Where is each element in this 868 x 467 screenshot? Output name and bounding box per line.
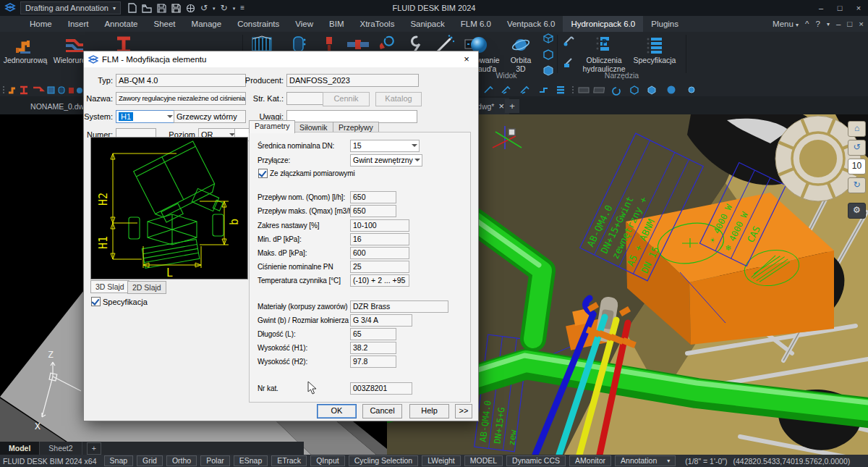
ribbon-tab[interactable]: Plugins <box>643 16 686 32</box>
ribbon-tab[interactable]: Constraints <box>229 16 287 32</box>
system-select[interactable]: H1 <box>116 110 175 123</box>
help-caret-icon[interactable]: ▾ <box>827 21 830 28</box>
nav-settings-button[interactable]: ⚙ <box>848 203 866 219</box>
zlaczki-checkbox-label: Ze złączkami pomiarowymi <box>270 167 355 180</box>
new-drawing-tab-button[interactable]: + <box>505 99 519 113</box>
ribbon-tab-strip: HomeInsertAnnotateSheetManageConstraints… <box>22 16 686 32</box>
drawing-tab-left[interactable]: NONAME_0.dwg <box>0 98 93 114</box>
status-toggle-button[interactable]: Ortho <box>166 455 197 466</box>
strkat-field[interactable] <box>286 92 323 105</box>
dim-l-label: L <box>166 266 173 279</box>
left-mini-toolbar[interactable] <box>1 84 85 96</box>
maks-dp-field: 600 <box>350 247 409 259</box>
ribbon-tab[interactable]: XtraTools <box>352 16 402 32</box>
layout-tab[interactable]: Model <box>0 442 40 455</box>
specyfikacja-checkbox[interactable] <box>91 297 101 306</box>
customize-qat-icon[interactable]: ≡ <box>240 4 244 12</box>
open-file-icon[interactable] <box>142 4 152 13</box>
qnom-field: 650 <box>350 191 396 203</box>
undo-caret-icon[interactable]: ▾ <box>213 6 216 11</box>
help-icon[interactable]: ? <box>816 20 820 28</box>
wysokosc-h2-field: 97.8 <box>350 355 396 368</box>
window-minimize-button[interactable]: – <box>812 0 830 16</box>
cennik-button[interactable]: Cennik <box>323 92 370 106</box>
menubar: HomeInsertAnnotateSheetManageConstraints… <box>0 16 868 32</box>
status-toggle-button[interactable]: Polar <box>200 455 230 466</box>
ribbon-tab[interactable]: Annotate <box>96 16 145 32</box>
ribbon-tab[interactable]: BIM <box>321 16 352 32</box>
katalog-button[interactable]: Katalog <box>375 92 422 106</box>
ribbon-restore-icon[interactable]: □ <box>847 20 852 28</box>
help-button[interactable]: Help <box>409 404 449 418</box>
status-toggle-button[interactable]: Grid <box>137 455 163 466</box>
status-toggle-button[interactable]: AMonitor <box>569 455 611 466</box>
ribbon-tab[interactable]: Hydronicpack 6.0 <box>563 16 643 32</box>
rotate-ccw-icon: ↺ <box>853 142 860 152</box>
status-toggle-button[interactable]: MODEL <box>464 455 503 466</box>
plot-icon[interactable] <box>186 4 195 13</box>
menu-button[interactable]: Menu ▾ <box>773 20 799 28</box>
status-toggle-button[interactable]: Dynamic CCS <box>506 455 566 466</box>
ribbon-tab[interactable]: Manage <box>184 16 230 32</box>
orbit-ccw-button[interactable]: ↺ <box>848 140 866 156</box>
zakres-field: 10-100 <box>350 219 409 232</box>
close-tab-icon[interactable]: × <box>498 101 504 112</box>
coupling-tool-icon[interactable] <box>346 36 370 52</box>
jednorurowa-button[interactable]: Jednorurową <box>1 34 49 64</box>
ribbon-tab[interactable]: Ventpack 6.0 <box>499 16 563 32</box>
status-toggle-button[interactable]: ETrack <box>271 455 307 466</box>
ribbon-tab[interactable]: Sanipack <box>402 16 452 32</box>
nazwa-field: Zawory regulacyjne niezależne od ciśnien… <box>116 92 246 105</box>
ok-button[interactable]: OK <box>317 404 357 418</box>
specyfikacja-button[interactable]: Specyfikacja <box>631 34 678 64</box>
ribbon-tab[interactable]: FLM 6.0 <box>453 16 499 32</box>
przylacze-select[interactable]: Gwint zewnętrzny <box>350 154 422 167</box>
producent-label: Producent: <box>242 74 284 87</box>
more-button[interactable]: >> <box>455 404 472 418</box>
new-file-icon[interactable] <box>128 3 137 13</box>
ribbon-close-icon[interactable]: × <box>859 20 864 28</box>
zoom-step-button[interactable]: 10 <box>848 159 866 174</box>
status-toggle-button[interactable]: LWeight <box>422 455 461 466</box>
ribbon-tab[interactable]: View <box>287 16 321 32</box>
save-as-icon[interactable] <box>157 4 166 13</box>
chevron-down-icon: ▾ <box>113 5 116 12</box>
collapse-ribbon-icon[interactable]: ^ <box>805 20 809 28</box>
status-toggle-button[interactable]: Snap <box>104 455 134 466</box>
save-icon[interactable] <box>171 4 181 13</box>
cancel-button[interactable]: Cancel <box>362 404 402 418</box>
dn-select[interactable]: 15 <box>350 140 420 152</box>
statusbar: FLUID DESK BIM 2024 x64 SnapGridOrthoPol… <box>0 455 868 467</box>
zlaczki-checkbox[interactable] <box>258 169 268 178</box>
dialog-close-button[interactable]: × <box>455 51 478 67</box>
orbita-3d-button[interactable]: Orbita 3D <box>505 34 537 73</box>
window-close-button[interactable]: × <box>849 0 868 16</box>
misc-tool-icons[interactable] <box>563 35 576 72</box>
obliczenia-button[interactable]: P Obliczenia hydrauliczne <box>579 34 629 73</box>
dim-h2-label: H2 <box>97 193 110 206</box>
home-view-button[interactable]: ⌂ <box>848 121 866 137</box>
ribbon-minimize-icon[interactable]: – <box>836 20 841 28</box>
status-toggle-button[interactable]: QInput <box>310 455 345 466</box>
redo-caret-icon[interactable]: ▾ <box>233 6 236 11</box>
tab-parametry[interactable]: Parametry <box>249 120 295 133</box>
new-layout-button[interactable]: + <box>87 442 101 455</box>
ribbon-tab[interactable]: Home <box>22 16 60 32</box>
view-mini-toolbar[interactable] <box>482 84 742 96</box>
tab-3d-slajd[interactable]: 3D Slajd <box>90 280 129 293</box>
layout-tab[interactable]: Sheet2 <box>40 442 82 455</box>
workspace-switcher[interactable]: Drafting and Annotation ▾ <box>20 1 121 14</box>
status-toggle-button[interactable]: Cycling Selection <box>349 455 419 466</box>
annotation-scale-dropdown[interactable]: Annotation ▾ <box>615 455 676 466</box>
ribbon-tab[interactable]: Insert <box>60 16 97 32</box>
status-toggle-button[interactable]: ESnap <box>234 455 268 466</box>
ribbon-tab[interactable]: Sheet <box>146 16 184 32</box>
dialog-titlebar[interactable]: FLM - Modyfikacja elementu <box>84 51 478 67</box>
tab-2d-slajd[interactable]: 2D Slajd <box>127 281 166 294</box>
undo-icon[interactable]: ↺ <box>200 4 208 12</box>
qmax-field: 650 <box>350 205 396 217</box>
window-maximize-button[interactable]: □ <box>830 0 849 16</box>
param-label: Wysokość (H2): <box>258 355 307 368</box>
redo-icon[interactable]: ↻ <box>221 4 228 12</box>
orbit-cw-button[interactable]: ↻ <box>848 177 866 193</box>
